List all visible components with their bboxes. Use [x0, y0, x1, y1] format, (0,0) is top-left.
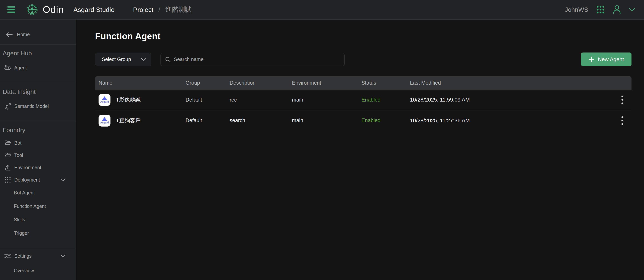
- sidebar-item-label: Settings: [14, 253, 32, 259]
- sidebar-item-semantic-model[interactable]: Semantic Model: [0, 100, 76, 112]
- sidebar-subitem-completion-model[interactable]: Completion Model: [0, 278, 76, 280]
- group-select-dropdown[interactable]: Select Group: [95, 53, 151, 66]
- column-header-name: Name: [95, 80, 186, 86]
- breadcrumb-current: 進階測試: [165, 5, 192, 14]
- sidebar-item-label: Semantic Model: [14, 103, 49, 109]
- avatar-label: Asgard: [100, 121, 109, 124]
- sidebar-group-foundry: Foundry Bot Tool: [0, 126, 76, 248]
- column-header-last-modified: Last Modified: [410, 80, 613, 86]
- plus-icon: [588, 56, 594, 62]
- sidebar: Home Agent Hub Agent Data Insight: [0, 20, 76, 280]
- sidebar-item-settings[interactable]: Settings: [0, 250, 76, 262]
- sidebar-item-label: Environment: [14, 165, 41, 170]
- search-input[interactable]: [174, 56, 340, 62]
- agent-name: T影像辨識: [116, 96, 141, 103]
- sidebar-item-agent[interactable]: Agent: [0, 61, 76, 74]
- agent-description: rec: [230, 97, 292, 103]
- new-agent-button[interactable]: New Agent: [581, 52, 632, 66]
- sidebar-subitem-skills[interactable]: Skills: [0, 213, 76, 226]
- row-actions-kebab-icon[interactable]: [613, 113, 632, 128]
- main-content: Function Agent Select Group New Agent Na…: [76, 20, 644, 280]
- product-name: Odin: [43, 4, 64, 15]
- agent-environment: main: [292, 97, 362, 103]
- search-box: [160, 53, 344, 66]
- sidebar-home-label: Home: [17, 32, 30, 37]
- sidebar-item-deployment[interactable]: Deployment: [0, 174, 76, 186]
- column-header-group: Group: [186, 80, 230, 86]
- username: JohnWS: [565, 6, 588, 13]
- group-select-label: Select Group: [102, 56, 131, 62]
- table-row[interactable]: Asgard T查詢客戶 Default search main Enabled…: [95, 110, 632, 131]
- sidebar-item-label: Tool: [14, 153, 23, 158]
- agent-status: Enabled: [362, 97, 410, 103]
- sliders-icon: [4, 253, 11, 260]
- avatar-label: Asgard: [100, 100, 109, 103]
- sidebar-group-data-insight: Data Insight Semantic Model: [0, 87, 76, 121]
- odin-logo-icon[interactable]: [26, 4, 38, 15]
- sidebar-item-label: Bot: [14, 140, 22, 146]
- sidebar-subitem-function-agent[interactable]: Function Agent: [0, 199, 76, 213]
- agent-avatar: Asgard: [98, 115, 110, 127]
- agent-last-modified: 10/28/2025, 11:59:09 AM: [410, 97, 613, 103]
- sidebar-group-title: Agent Hub: [0, 49, 76, 58]
- agent-name: T查詢客戶: [116, 117, 141, 124]
- account-chevron-down-icon[interactable]: [629, 8, 635, 11]
- robot-icon: [4, 64, 11, 71]
- semantic-nodes-icon: [4, 103, 11, 110]
- new-agent-label: New Agent: [598, 56, 624, 62]
- chevron-down-icon: [60, 255, 66, 258]
- sidebar-item-bot[interactable]: Bot: [0, 137, 76, 149]
- agent-last-modified: 10/28/2025, 11:27:36 AM: [410, 117, 613, 124]
- grid-dots-icon: [4, 176, 11, 183]
- page-title: Function Agent: [95, 30, 632, 42]
- sidebar-item-environment[interactable]: Environment: [0, 161, 76, 174]
- agent-status: Enabled: [362, 117, 410, 123]
- sidebar-group-title: Data Insight: [0, 87, 76, 96]
- breadcrumb: Project / 進階測試: [114, 5, 191, 14]
- breadcrumb-separator: /: [158, 6, 160, 13]
- asgard-triangle-icon: [102, 117, 107, 121]
- apps-grid-icon[interactable]: [596, 5, 605, 14]
- table-header: Name Group Description Environment Statu…: [95, 76, 632, 90]
- sidebar-item-label: Agent: [14, 65, 27, 71]
- folder-icon: [4, 152, 11, 159]
- column-header-status: Status: [362, 80, 410, 86]
- sidebar-group-title: Foundry: [0, 126, 76, 134]
- sidebar-subitem-overview[interactable]: Overview: [0, 263, 76, 278]
- back-arrow-icon: [6, 32, 13, 37]
- topbar-right: JohnWS: [565, 5, 635, 14]
- sidebar-item-label: Deployment: [14, 177, 40, 183]
- chevron-down-icon: [141, 58, 146, 61]
- agents-table: Name Group Description Environment Statu…: [95, 76, 632, 131]
- user-profile-icon[interactable]: [613, 5, 621, 14]
- sidebar-subitem-bot-agent[interactable]: Bot Agent: [0, 186, 76, 199]
- sidebar-item-home[interactable]: Home: [0, 20, 76, 45]
- topbar: Odin Asgard Studio Project / 進階測試 JohnWS: [0, 0, 644, 20]
- folder-icon: [4, 139, 11, 146]
- row-actions-kebab-icon[interactable]: [613, 92, 632, 107]
- agent-group: Default: [186, 97, 230, 103]
- controls-row: Select Group New Agent: [95, 52, 632, 66]
- app-name[interactable]: Asgard Studio: [74, 6, 115, 13]
- asgard-triangle-icon: [102, 96, 107, 100]
- agent-group: Default: [186, 117, 230, 123]
- hamburger-menu-icon[interactable]: [7, 6, 16, 13]
- agent-avatar: Asgard: [98, 94, 110, 106]
- agent-environment: main: [292, 117, 362, 123]
- sidebar-subitem-trigger[interactable]: Trigger: [0, 226, 76, 240]
- upload-icon: [4, 164, 11, 171]
- search-icon: [165, 56, 171, 62]
- table-row[interactable]: Asgard T影像辨識 Default rec main Enabled 10…: [95, 90, 632, 110]
- sidebar-group-settings: Settings Overview Completion Model: [0, 250, 76, 280]
- breadcrumb-project[interactable]: Project: [133, 6, 154, 13]
- column-header-description: Description: [230, 80, 292, 86]
- chevron-down-icon: [60, 178, 66, 181]
- agent-description: search: [230, 117, 292, 123]
- sidebar-group-agent-hub: Agent Hub Agent: [0, 49, 76, 83]
- sidebar-item-tool[interactable]: Tool: [0, 149, 76, 161]
- column-header-environment: Environment: [292, 80, 362, 86]
